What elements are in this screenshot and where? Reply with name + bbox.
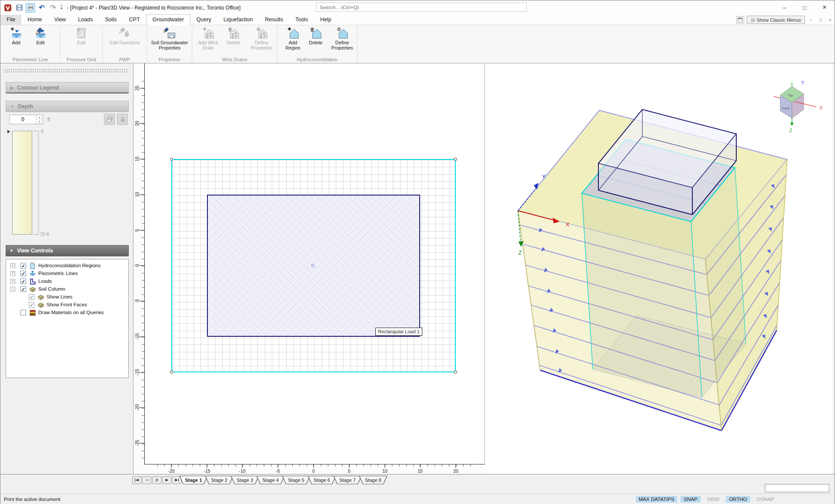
- apply-all-stages-button[interactable]: [104, 114, 115, 125]
- sidebar: ▶ Contour Legend ▼ Depth ▲ ▼ ft: [0, 63, 134, 474]
- plan-view-pane[interactable]: 25 20 15 10 5 0 -5 -10 -15 -20 -25: [134, 63, 485, 474]
- save-icon[interactable]: [14, 3, 24, 13]
- previous-stage-button[interactable]: ◀: [142, 476, 151, 484]
- checkbox-checked[interactable]: ✓: [20, 263, 26, 269]
- soil-region-handle-tl[interactable]: [170, 158, 173, 161]
- tree-item-loads[interactable]: + ✓ Loads: [6, 278, 128, 285]
- snap-toggle[interactable]: SNAP: [681, 496, 700, 503]
- ortho-toggle[interactable]: ORTHO: [726, 496, 750, 503]
- delete-wick-drain-icon: [227, 27, 240, 40]
- tab-cpt[interactable]: CPT: [123, 15, 146, 25]
- minimize-button[interactable]: –: [775, 0, 795, 14]
- checkbox-checked[interactable]: ✓: [20, 286, 26, 292]
- depth-header[interactable]: ▼ Depth: [6, 101, 129, 112]
- show-classic-menus-button[interactable]: ▤ Show Classic Menus: [747, 16, 805, 24]
- checkbox-checked[interactable]: ✓: [20, 271, 26, 276]
- pressure-grid-icon: [75, 27, 88, 40]
- view-3d-pane[interactable]: Y X Z Top Front: [485, 63, 832, 474]
- tab-stage-3[interactable]: Stage 3: [230, 476, 259, 484]
- tab-stage-6[interactable]: Stage 6: [307, 476, 336, 484]
- tab-stage-8[interactable]: Stage 8: [359, 476, 387, 484]
- spin-up-icon[interactable]: ▲: [37, 115, 43, 119]
- tree-item-piezometric-lines[interactable]: + ✓ Piezometric Lines: [6, 270, 128, 278]
- add-region-button[interactable]: Add Region: [281, 25, 305, 51]
- tab-help[interactable]: Help: [314, 15, 337, 25]
- add-piezometric-line-button[interactable]: Add: [5, 25, 27, 45]
- redo-icon[interactable]: ↷: [48, 3, 58, 13]
- tab-soils[interactable]: Soils: [99, 15, 123, 25]
- contour-legend-header[interactable]: ▶ Contour Legend: [6, 82, 129, 93]
- navigation-cube[interactable]: Top Front X Y Z: [774, 80, 823, 133]
- panel-icon[interactable]: [736, 16, 744, 24]
- search-input[interactable]: [316, 3, 527, 12]
- tab-results[interactable]: Results: [259, 15, 289, 25]
- tab-view[interactable]: View: [48, 15, 72, 25]
- window-controls: – □ ×: [775, 0, 835, 14]
- checkbox-checked[interactable]: ✓: [29, 302, 34, 308]
- child-close-button[interactable]: ×: [827, 17, 834, 23]
- tree-item-soil-column[interactable]: − ✓ Soil Column: [6, 285, 128, 293]
- tab-stage-4[interactable]: Stage 4: [256, 476, 285, 484]
- soil-region-handle-tr[interactable]: [454, 158, 457, 161]
- tab-tools[interactable]: Tools: [289, 15, 314, 25]
- checkbox-checked[interactable]: ✓: [20, 279, 26, 284]
- soil-groundwater-properties-button[interactable]: Soil Groundwater Properties: [148, 25, 191, 51]
- child-minimize-button[interactable]: –: [808, 17, 815, 23]
- tab-stage-2[interactable]: Stage 2: [205, 476, 234, 484]
- materials-layers-icon: [29, 309, 36, 316]
- grid-toggle[interactable]: GRID: [704, 496, 723, 503]
- expand-icon[interactable]: +: [10, 279, 15, 284]
- ribbon: Add Edit Piezometric Line: [0, 25, 835, 63]
- tab-stage-5[interactable]: Stage 5: [282, 476, 311, 484]
- tab-file[interactable]: File: [0, 15, 21, 25]
- expand-icon[interactable]: +: [10, 271, 15, 276]
- soil-region-handle-br[interactable]: [454, 371, 457, 374]
- child-restore-button[interactable]: □: [817, 17, 824, 23]
- cube-top-label: Top: [788, 93, 793, 97]
- checkbox-unchecked[interactable]: [20, 310, 26, 315]
- close-button[interactable]: ×: [815, 0, 835, 14]
- maximize-button[interactable]: □: [795, 0, 815, 14]
- depth-scale-bar[interactable]: [12, 131, 32, 235]
- sidebar-drag-handle[interactable]: [4, 69, 129, 73]
- expand-icon[interactable]: +: [10, 263, 15, 268]
- max-datatips-toggle[interactable]: MAX DATATIPS: [636, 496, 678, 503]
- tree-item-show-front-faces[interactable]: ✓ Show Front Faces: [6, 301, 128, 309]
- tab-query[interactable]: Query: [190, 15, 217, 25]
- tree-item-show-lines[interactable]: ✓ Show Lines: [6, 293, 128, 301]
- tab-stage-7[interactable]: Stage 7: [333, 476, 362, 484]
- depth-legend: 0 70 ft: [0, 129, 134, 242]
- spin-down-icon[interactable]: ▼: [37, 119, 43, 124]
- first-stage-button[interactable]: ◀: [132, 476, 141, 484]
- osnap-toggle[interactable]: OSNAP: [754, 496, 777, 503]
- delete-region-button[interactable]: Delete: [305, 25, 326, 45]
- tab-home[interactable]: Home: [21, 15, 48, 25]
- tree-item-draw-materials[interactable]: Draw Materials on all Queries: [6, 309, 128, 317]
- lock-depth-button[interactable]: [117, 114, 128, 125]
- depth-title: Depth: [18, 103, 33, 109]
- tab-groundwater[interactable]: Groundwater: [146, 14, 190, 25]
- tab-liquefaction[interactable]: Liquefaction: [217, 15, 259, 25]
- view-controls-header[interactable]: ▼ View Controls: [6, 245, 129, 256]
- checkbox-checked[interactable]: ✓: [29, 294, 34, 300]
- svg-text:-15: -15: [204, 468, 210, 474]
- undo-icon[interactable]: ↶: [37, 3, 47, 13]
- edit-piezometric-line-button[interactable]: Edit: [29, 25, 52, 45]
- tab-loads[interactable]: Loads: [72, 15, 99, 25]
- next-stage-button[interactable]: ▶: [162, 476, 171, 484]
- print-icon[interactable]: [26, 3, 35, 13]
- stage-list-button[interactable]: #: [152, 476, 161, 484]
- depth-pointer-icon[interactable]: [7, 130, 10, 133]
- collapse-icon[interactable]: −: [10, 287, 15, 292]
- tab-stage-1[interactable]: Stage 1: [179, 476, 208, 484]
- svg-text:10: 10: [382, 468, 387, 474]
- soil-region-handle-bl[interactable]: [170, 371, 173, 374]
- depth-spinner[interactable]: ▲ ▼: [9, 115, 43, 124]
- load-name-label[interactable]: Rectangular Load 1: [375, 328, 422, 336]
- define-region-properties-button[interactable]: Define Properties: [327, 25, 357, 51]
- depth-input[interactable]: [10, 115, 36, 124]
- loads-icon: [29, 278, 36, 285]
- tree-item-hydroconsolidation-regions[interactable]: + ✓ Hydroconsolidation Regions: [6, 262, 128, 270]
- app-logo-icon[interactable]: [3, 3, 13, 13]
- customize-qat-dropdown-icon[interactable]: ▾: [60, 5, 63, 10]
